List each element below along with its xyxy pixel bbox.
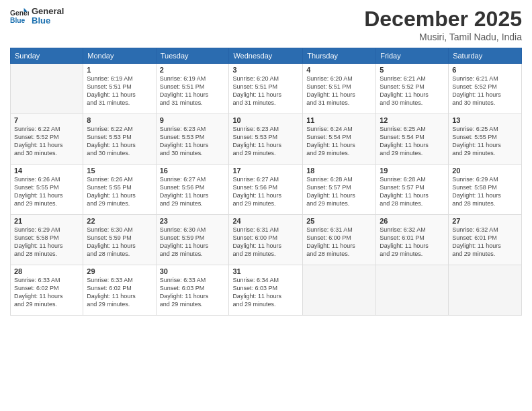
calendar-header-cell: Wednesday [229,48,303,64]
day-number: 27 [452,217,518,225]
day-number: 9 [160,116,226,124]
calendar-cell: 30Sunrise: 6:33 AM Sunset: 6:03 PM Dayli… [156,265,229,316]
day-info: Sunrise: 6:27 AM Sunset: 5:56 PM Dayligh… [232,175,299,208]
calendar-week-row: 14Sunrise: 6:26 AM Sunset: 5:55 PM Dayli… [11,165,522,215]
calendar-cell: 16Sunrise: 6:27 AM Sunset: 5:56 PM Dayli… [156,165,229,215]
day-info: Sunrise: 6:32 AM Sunset: 6:01 PM Dayligh… [452,226,518,259]
calendar-cell: 31Sunrise: 6:34 AM Sunset: 6:03 PM Dayli… [229,265,303,316]
day-info: Sunrise: 6:25 AM Sunset: 5:54 PM Dayligh… [380,125,445,158]
calendar-cell [376,265,449,316]
day-number: 22 [87,217,152,225]
calendar-cell: 7Sunrise: 6:22 AM Sunset: 5:52 PM Daylig… [11,114,83,165]
page-container: General Blue General Blue December 2025 … [0,0,532,411]
day-info: Sunrise: 6:19 AM Sunset: 5:51 PM Dayligh… [160,75,226,107]
day-info: Sunrise: 6:20 AM Sunset: 5:51 PM Dayligh… [232,75,299,107]
calendar-cell: 18Sunrise: 6:28 AM Sunset: 5:57 PM Dayli… [303,165,376,215]
day-number: 28 [14,267,79,275]
day-info: Sunrise: 6:27 AM Sunset: 5:56 PM Dayligh… [160,175,226,208]
day-info: Sunrise: 6:23 AM Sunset: 5:53 PM Dayligh… [160,125,226,158]
calendar-cell: 25Sunrise: 6:31 AM Sunset: 6:00 PM Dayli… [303,215,376,265]
day-number: 25 [306,217,372,225]
day-number: 11 [306,116,372,124]
day-info: Sunrise: 6:22 AM Sunset: 5:53 PM Dayligh… [87,125,152,158]
calendar-cell: 19Sunrise: 6:28 AM Sunset: 5:57 PM Dayli… [376,165,449,215]
day-info: Sunrise: 6:30 AM Sunset: 5:59 PM Dayligh… [160,226,226,259]
day-number: 15 [87,167,152,175]
calendar-header-cell: Tuesday [156,48,229,64]
calendar-cell: 26Sunrise: 6:32 AM Sunset: 6:01 PM Dayli… [376,215,449,265]
day-number: 18 [306,167,372,175]
title-section: December 2025 Musiri, Tamil Nadu, India [364,7,522,42]
calendar-cell [11,64,83,114]
day-number: 26 [380,217,445,225]
calendar-header-cell: Saturday [449,48,522,64]
logo-icon: General Blue [10,7,29,26]
calendar-cell [449,265,522,316]
calendar-week-row: 1Sunrise: 6:19 AM Sunset: 5:51 PM Daylig… [11,64,522,114]
day-info: Sunrise: 6:33 AM Sunset: 6:03 PM Dayligh… [160,276,226,309]
calendar-cell [303,265,376,316]
day-number: 21 [14,217,79,225]
day-number: 12 [380,116,445,124]
day-info: Sunrise: 6:26 AM Sunset: 5:55 PM Dayligh… [87,175,152,208]
calendar-header-cell: Sunday [11,48,83,64]
month-title: December 2025 [364,7,522,32]
day-number: 20 [452,167,518,175]
calendar-header-cell: Thursday [303,48,376,64]
day-number: 13 [452,116,518,124]
day-info: Sunrise: 6:23 AM Sunset: 5:53 PM Dayligh… [232,125,299,158]
calendar-cell: 23Sunrise: 6:30 AM Sunset: 5:59 PM Dayli… [156,215,229,265]
day-number: 8 [87,116,152,124]
calendar-body: 1Sunrise: 6:19 AM Sunset: 5:51 PM Daylig… [11,64,522,316]
calendar-cell: 12Sunrise: 6:25 AM Sunset: 5:54 PM Dayli… [376,114,449,165]
logo-line2: Blue [32,16,64,26]
day-number: 14 [14,167,79,175]
calendar-cell: 8Sunrise: 6:22 AM Sunset: 5:53 PM Daylig… [83,114,156,165]
day-number: 17 [232,167,299,175]
logo: General Blue General Blue [10,7,64,26]
calendar-cell: 6Sunrise: 6:21 AM Sunset: 5:52 PM Daylig… [449,64,522,114]
calendar-cell: 17Sunrise: 6:27 AM Sunset: 5:56 PM Dayli… [229,165,303,215]
calendar-header-cell: Friday [376,48,449,64]
calendar-cell: 13Sunrise: 6:25 AM Sunset: 5:55 PM Dayli… [449,114,522,165]
calendar-header-cell: Monday [83,48,156,64]
day-number: 3 [232,66,299,74]
day-info: Sunrise: 6:30 AM Sunset: 5:59 PM Dayligh… [87,226,152,259]
day-info: Sunrise: 6:26 AM Sunset: 5:55 PM Dayligh… [14,175,79,208]
calendar-cell: 11Sunrise: 6:24 AM Sunset: 5:54 PM Dayli… [303,114,376,165]
calendar-week-row: 7Sunrise: 6:22 AM Sunset: 5:52 PM Daylig… [11,114,522,165]
calendar-cell: 9Sunrise: 6:23 AM Sunset: 5:53 PM Daylig… [156,114,229,165]
day-info: Sunrise: 6:28 AM Sunset: 5:57 PM Dayligh… [380,175,445,208]
day-number: 30 [160,267,226,275]
calendar-cell: 15Sunrise: 6:26 AM Sunset: 5:55 PM Dayli… [83,165,156,215]
calendar-cell: 3Sunrise: 6:20 AM Sunset: 5:51 PM Daylig… [229,64,303,114]
day-info: Sunrise: 6:33 AM Sunset: 6:02 PM Dayligh… [14,276,79,309]
calendar-header-row: SundayMondayTuesdayWednesdayThursdayFrid… [11,48,522,64]
calendar-cell: 28Sunrise: 6:33 AM Sunset: 6:02 PM Dayli… [11,265,83,316]
day-info: Sunrise: 6:21 AM Sunset: 5:52 PM Dayligh… [380,75,445,107]
day-number: 19 [380,167,445,175]
day-info: Sunrise: 6:31 AM Sunset: 6:00 PM Dayligh… [232,226,299,259]
day-info: Sunrise: 6:33 AM Sunset: 6:02 PM Dayligh… [87,276,152,309]
svg-text:Blue: Blue [10,17,26,25]
calendar-cell: 2Sunrise: 6:19 AM Sunset: 5:51 PM Daylig… [156,64,229,114]
day-info: Sunrise: 6:29 AM Sunset: 5:58 PM Dayligh… [14,226,79,259]
day-number: 16 [160,167,226,175]
calendar-week-row: 21Sunrise: 6:29 AM Sunset: 5:58 PM Dayli… [11,215,522,265]
day-info: Sunrise: 6:24 AM Sunset: 5:54 PM Dayligh… [306,125,372,158]
day-number: 10 [232,116,299,124]
day-info: Sunrise: 6:25 AM Sunset: 5:55 PM Dayligh… [452,125,518,158]
calendar-cell: 24Sunrise: 6:31 AM Sunset: 6:00 PM Dayli… [229,215,303,265]
day-info: Sunrise: 6:20 AM Sunset: 5:51 PM Dayligh… [306,75,372,107]
day-info: Sunrise: 6:28 AM Sunset: 5:57 PM Dayligh… [306,175,372,208]
calendar-cell: 21Sunrise: 6:29 AM Sunset: 5:58 PM Dayli… [11,215,83,265]
day-number: 23 [160,217,226,225]
location: Musiri, Tamil Nadu, India [364,32,522,42]
day-info: Sunrise: 6:19 AM Sunset: 5:51 PM Dayligh… [87,75,152,107]
calendar-cell: 5Sunrise: 6:21 AM Sunset: 5:52 PM Daylig… [376,64,449,114]
logo-line1: General [32,7,64,16]
calendar-cell: 10Sunrise: 6:23 AM Sunset: 5:53 PM Dayli… [229,114,303,165]
day-number: 4 [306,66,372,74]
calendar-week-row: 28Sunrise: 6:33 AM Sunset: 6:02 PM Dayli… [11,265,522,316]
calendar-cell: 4Sunrise: 6:20 AM Sunset: 5:51 PM Daylig… [303,64,376,114]
